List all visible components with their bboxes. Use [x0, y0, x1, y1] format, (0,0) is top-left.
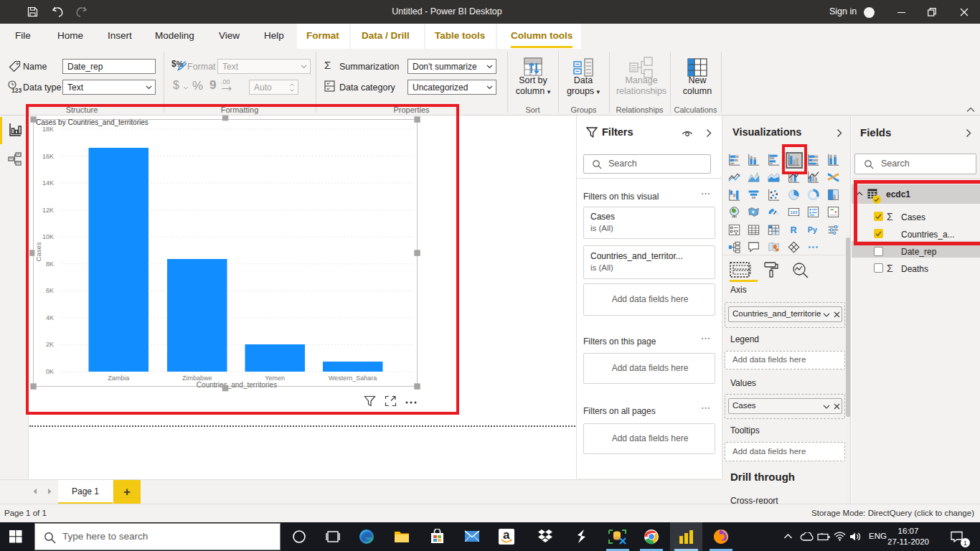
- svg-text:R: R: [790, 225, 796, 235]
- svg-text:Py: Py: [808, 225, 817, 234]
- svg-text:123: 123: [790, 210, 798, 215]
- svg-text:123: 123: [11, 87, 22, 94]
